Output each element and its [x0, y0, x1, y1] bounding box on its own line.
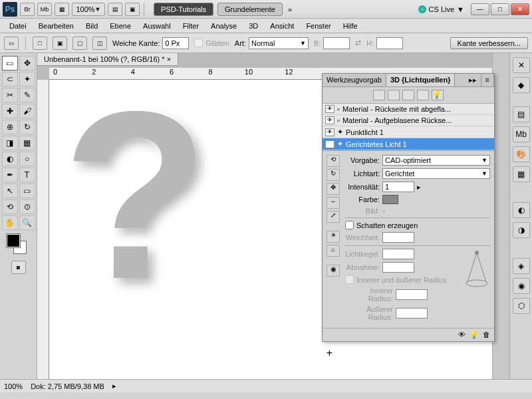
hand-tool[interactable]: ✋	[2, 215, 18, 230]
visibility-icon[interactable]: 👁	[325, 128, 334, 136]
marquee-rect-icon[interactable]: □	[33, 37, 47, 50]
path-tool[interactable]: ↖	[2, 184, 18, 198]
channels-icon[interactable]: ◉	[513, 278, 530, 294]
3d-light-home-icon[interactable]: ⌂	[327, 245, 340, 257]
color-icon[interactable]: 🎨	[513, 146, 530, 162]
workspace-more-icon[interactable]: »	[288, 5, 292, 13]
status-zoom[interactable]: 100%	[4, 382, 23, 390]
panel-collapse-icon[interactable]: ▸▸	[465, 74, 481, 86]
history-brush-tool[interactable]: ↻	[19, 120, 35, 134]
light-type-dropdown[interactable]: Gerichtet▼	[382, 168, 490, 179]
minibridge-icon[interactable]: Mb	[37, 3, 52, 16]
status-doc-size[interactable]: Dok: 2,75 MB/9,38 MB	[31, 382, 104, 390]
preset-dropdown[interactable]: CAD-optimiert▼	[382, 155, 490, 166]
menu-analyse[interactable]: Analyse	[205, 21, 242, 31]
dodge-tool[interactable]: ○	[19, 152, 35, 166]
menu-3d[interactable]: 3D	[243, 21, 263, 31]
visibility-icon[interactable]: 👁	[325, 116, 334, 124]
workspace-tab-tutorials[interactable]: PSD-Tutorials	[154, 3, 213, 16]
visibility-icon[interactable]: 👁	[325, 105, 334, 113]
shape-tool[interactable]: ▭	[19, 184, 35, 198]
maximize-button[interactable]: □	[491, 3, 509, 15]
filter-materials-icon[interactable]	[402, 90, 414, 100]
menu-bearbeiten[interactable]: Bearbeiten	[33, 21, 79, 31]
swatches-icon[interactable]: ▦	[513, 166, 530, 182]
feather-input[interactable]	[162, 37, 189, 49]
grid-icon[interactable]: ▤	[108, 3, 122, 16]
heal-tool[interactable]: ✚	[2, 104, 18, 118]
menu-datei[interactable]: Datei	[4, 21, 32, 31]
shadow-checkbox[interactable]	[345, 221, 354, 229]
3d-toggle-icon[interactable]: ◉	[327, 265, 340, 277]
color-swatches[interactable]	[1, 234, 35, 258]
view-extras-icon[interactable]: ▦	[55, 3, 69, 16]
layer-row[interactable]: 👁▫Material - Rückseite mit abgefla...	[323, 104, 494, 115]
refine-edge-button[interactable]: Kante verbessern...	[450, 37, 528, 49]
history-icon[interactable]: ▤	[513, 106, 530, 122]
layer-row-selected[interactable]: 👁✦Gerichtetes Licht 1	[323, 138, 494, 150]
filter-bulb-icon[interactable]: 💡	[432, 90, 444, 100]
menu-bild[interactable]: Bild	[80, 21, 103, 31]
new-light-icon[interactable]: 💡	[469, 331, 479, 339]
marquee-add-icon[interactable]: ▣	[53, 37, 67, 50]
menu-auswahl[interactable]: Auswahl	[138, 21, 176, 31]
minimize-button[interactable]: —	[471, 3, 489, 15]
3d-camera-tool[interactable]: ⊙	[19, 200, 35, 214]
filter-mesh-icon[interactable]	[388, 90, 400, 100]
intensity-stepper[interactable]: ▸	[417, 183, 421, 192]
masks-icon[interactable]: ◑	[513, 222, 530, 238]
minibridge-dock-icon[interactable]: Mb	[513, 126, 530, 142]
move-tool[interactable]: ✥	[19, 56, 35, 70]
gradient-tool[interactable]: ▦	[19, 136, 35, 150]
pen-tool[interactable]: ✒	[2, 168, 18, 182]
layer-row[interactable]: 👁▫Material - Aufgeblasene Rückse...	[323, 115, 494, 126]
menu-fenster[interactable]: Fenster	[301, 21, 336, 31]
color-swatch[interactable]	[382, 195, 398, 204]
wand-tool[interactable]: ✦	[19, 72, 35, 86]
quickmask-icon[interactable]: ◙	[11, 261, 26, 274]
marquee-int-icon[interactable]: ◫	[92, 37, 107, 50]
3d-slide-icon[interactable]: ↔	[327, 197, 340, 209]
panel-tab-presets[interactable]: Werkzeugvorgab	[323, 74, 386, 86]
panel-tab-3d-lights[interactable]: 3D {Lichtquellen}	[386, 74, 455, 86]
crop-tool[interactable]: ✂	[2, 88, 18, 102]
layers-icon[interactable]: ◈	[513, 258, 530, 274]
lasso-tool[interactable]: ⊂	[2, 72, 18, 86]
zoom-dropdown[interactable]: 100% ▼	[72, 3, 105, 16]
visibility-icon[interactable]: 👁	[325, 140, 334, 148]
workspace-tab-grundelemente[interactable]: Grundelemente	[217, 3, 283, 16]
3d-panel-icon[interactable]: ◆	[513, 77, 530, 93]
blur-tool[interactable]: ◐	[2, 152, 18, 166]
filter-scene-icon[interactable]	[373, 90, 385, 100]
3d-scale-icon[interactable]: ⤢	[327, 211, 340, 223]
tools-preset-icon[interactable]: ✕	[513, 57, 530, 73]
foreground-color[interactable]	[7, 234, 20, 247]
3d-pan-icon[interactable]: ✥	[327, 183, 340, 195]
tool-preset-icon[interactable]: ▭	[4, 37, 19, 50]
toggle-lights-icon[interactable]: 👁	[458, 331, 466, 339]
cslive-button[interactable]: CS Live ▼	[418, 5, 464, 13]
adjustments-icon[interactable]: ◐	[513, 202, 530, 218]
eraser-tool[interactable]: ◨	[2, 136, 18, 150]
menu-ebene[interactable]: Ebene	[104, 21, 136, 31]
marquee-tool[interactable]: ▭	[2, 56, 18, 70]
3d-rotate-tool[interactable]: ⟲	[2, 200, 18, 214]
marquee-sub-icon[interactable]: ▢	[72, 37, 87, 50]
eyedropper-tool[interactable]: ✎	[19, 88, 35, 102]
3d-light-point-icon[interactable]: ☀	[327, 231, 340, 243]
type-tool[interactable]: T	[19, 168, 35, 182]
3d-roll-icon[interactable]: ↻	[327, 169, 340, 181]
intensity-input[interactable]	[382, 182, 414, 192]
zoom-tool[interactable]: 🔍	[19, 215, 35, 230]
brush-tool[interactable]: 🖌	[19, 104, 35, 118]
close-button[interactable]: ✕	[511, 3, 529, 15]
document-tab[interactable]: Unbenannt-1 bei 100% (?, RGB/16) * ×	[37, 53, 178, 66]
delete-light-icon[interactable]: 🗑	[483, 331, 490, 339]
bridge-icon[interactable]: Br	[20, 3, 35, 16]
paths-icon[interactable]: ⬡	[513, 298, 530, 314]
stamp-tool[interactable]: ⊕	[2, 120, 18, 134]
screen-mode-icon[interactable]: ▣	[125, 3, 140, 16]
filter-lights-icon[interactable]	[417, 90, 429, 100]
menu-filter[interactable]: Filter	[178, 21, 204, 31]
3d-rotate-icon[interactable]: ⟲	[327, 155, 340, 167]
